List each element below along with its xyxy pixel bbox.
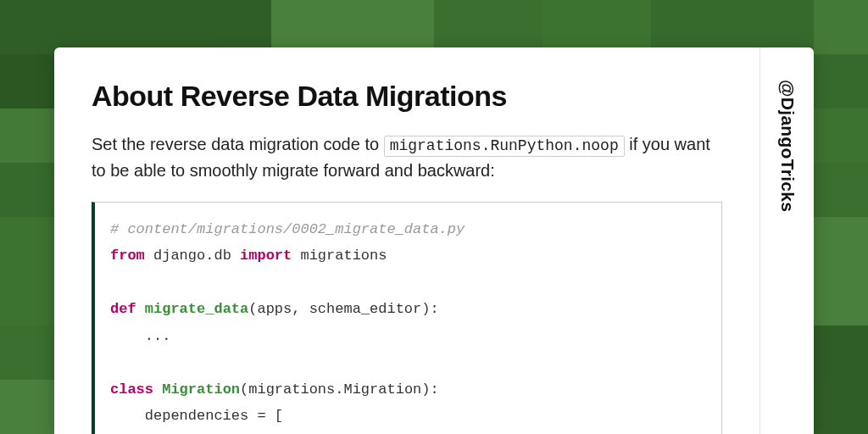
code-text: migrations — [292, 248, 387, 264]
content-column: About Reverse Data Migrations Set the re… — [54, 47, 760, 434]
kw-def: def — [110, 301, 136, 317]
author-handle: @DjangoTricks — [777, 80, 798, 212]
kw-from: from — [110, 248, 145, 264]
code-text: ... — [110, 328, 170, 344]
class-name: Migration — [162, 381, 240, 398]
kw-import: import — [240, 248, 292, 264]
sidebar: @DjangoTricks — [760, 47, 814, 434]
description: Set the reverse data migration code to m… — [92, 131, 722, 183]
desc-pre: Set the reverse data migration code to — [92, 135, 384, 153]
code-block: # content/migrations/0002_migrate_data.p… — [92, 202, 722, 434]
code-comment: # content/migrations/0002_migrate_data.p… — [110, 221, 465, 237]
code-text: (apps, schema_editor): — [248, 301, 438, 317]
code-text — [136, 301, 145, 317]
code-text: dependencies = [ — [110, 408, 283, 424]
page-title: About Reverse Data Migrations — [92, 80, 722, 113]
kw-class: class — [110, 381, 153, 398]
code-text: django.db — [145, 248, 240, 264]
inline-code: migrations.RunPython.noop — [384, 136, 625, 157]
fn-name: migrate_data — [145, 301, 248, 317]
code-text: (migrations.Migration): — [240, 381, 439, 398]
code-text — [153, 381, 162, 398]
card: About Reverse Data Migrations Set the re… — [54, 47, 814, 434]
